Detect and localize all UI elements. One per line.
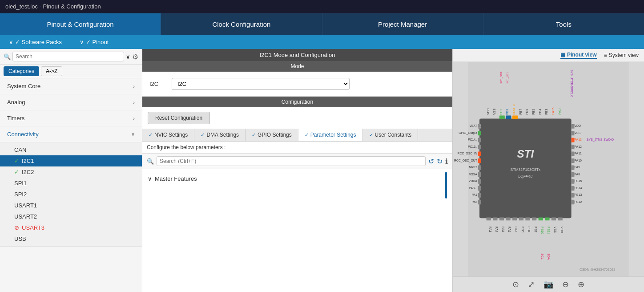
svg-rect-38 [478, 138, 481, 142]
sidebar-item-can[interactable]: CAN [0, 144, 142, 155]
system-view-toggle[interactable]: ≡ System view [604, 52, 639, 58]
camera-icon[interactable]: 📷 [543, 280, 553, 289]
sub-nav-software-packs[interactable]: ∨ ✓ Software Packs [9, 39, 62, 45]
master-features-header[interactable]: ∨ Master Features [148, 173, 447, 185]
search-input[interactable] [12, 52, 124, 61]
svg-text:PA12: PA12 [575, 145, 582, 148]
svg-rect-88 [506, 217, 510, 220]
svg-text:VSS: VSS [575, 131, 581, 134]
mode-label: I2C [149, 81, 167, 87]
svg-text:PB10: PB10 [541, 227, 544, 234]
config-search-input[interactable] [157, 156, 426, 166]
refresh-left-icon[interactable]: ↺ [428, 157, 434, 166]
svg-rect-70 [572, 186, 575, 191]
svg-rect-93 [539, 217, 543, 220]
tab-dma-settings[interactable]: ✓ DMA Settings [194, 129, 246, 141]
svg-text:PB6: PB6 [525, 109, 528, 115]
svg-text:PA0-..: PA0-.. [469, 187, 477, 190]
tab-parameter-settings[interactable]: ✓ Parameter Settings [298, 129, 363, 141]
svg-rect-64 [572, 145, 575, 149]
svg-rect-44 [478, 179, 481, 183]
svg-text:PB9: PB9 [499, 109, 503, 115]
main-layout: 🔍 ∨ ⚙ Categories A->Z System Core › Anal… [0, 49, 644, 292]
tab-nvic-settings[interactable]: ✓ NVIC Settings [142, 129, 194, 141]
chevron-down-icon-sidebar: ∨ [131, 131, 135, 137]
sidebar-item-connectivity[interactable]: Connectivity ∨ [0, 126, 142, 142]
pinout-view-toggle[interactable]: ▦ Pinout view [560, 52, 597, 59]
svg-rect-46 [478, 193, 481, 197]
svg-rect-61 [572, 124, 575, 128]
gear-icon[interactable]: ⚙ [132, 53, 138, 61]
tab-project[interactable]: Project Manager [322, 13, 483, 35]
sidebar-item-usb[interactable]: USB [0, 233, 142, 244]
svg-text:PA7: PA7 [515, 227, 518, 232]
sidebar-tab-categories[interactable]: Categories [4, 66, 39, 76]
svg-text:NRST: NRST [469, 166, 478, 169]
config-search-icon: 🔍 [147, 158, 154, 165]
svg-text:PA6: PA6 [508, 227, 511, 232]
list-icon: ≡ [604, 52, 607, 58]
svg-text:PA10: PA10 [575, 159, 582, 162]
zoom-fit-icon[interactable]: ⊙ [512, 280, 519, 289]
configure-text: Configure the below parameters : [142, 142, 452, 154]
svg-text:RCC_OSC_OUT: RCC_OSC_OUT [454, 159, 478, 162]
config-section: Configuration Reset Configuration ✓ NVIC… [142, 97, 452, 292]
svg-text:PB3: PB3 [545, 109, 548, 115]
reset-config-button[interactable]: Reset Configuration [148, 112, 210, 124]
svg-rect-85 [487, 217, 491, 220]
sidebar-item-system-core[interactable]: System Core › [0, 78, 142, 94]
tab-user-constants[interactable]: ✓ User Constants [363, 129, 419, 141]
svg-text:PB13: PB13 [575, 193, 582, 196]
chevron-right-icon-2: › [133, 100, 135, 105]
sidebar-tab-az[interactable]: A->Z [41, 66, 62, 76]
zoom-in-icon[interactable]: ⊕ [578, 280, 584, 289]
tab-clock[interactable]: Clock Configuration [161, 13, 322, 35]
zoom-out-icon[interactable]: ⊖ [562, 280, 569, 289]
refresh-right-icon[interactable]: ↻ [437, 157, 443, 166]
panel-title: I2C1 Mode and Configuration [142, 49, 452, 61]
tab-gpio-settings[interactable]: ✓ GPIO Settings [246, 129, 298, 141]
svg-text:SCL: SCL [541, 253, 544, 260]
sidebar-item-spi2[interactable]: SPI2 [0, 189, 142, 200]
config-scroll: ∨ Master Features [142, 169, 452, 292]
sidebar-item-usart2[interactable]: USART2 [0, 211, 142, 222]
svg-text:PB8: PB8 [506, 109, 509, 115]
svg-text:PC15..: PC15.. [468, 145, 477, 148]
sidebar-item-analog[interactable]: Analog › [0, 94, 142, 110]
config-inner: Configure the below parameters : 🔍 ↺ ↻ ℹ… [142, 142, 452, 292]
sidebar-item-usart3[interactable]: ⊘ USART3 [0, 222, 142, 233]
svg-text:VSS: VSS [493, 109, 496, 115]
expand-icon[interactable]: ⤢ [528, 280, 535, 289]
check-icon-nvic: ✓ [149, 132, 153, 138]
svg-text:SYS_JTMS-SWDIO: SYS_JTMS-SWDIO [587, 138, 614, 142]
svg-text:PA4: PA4 [495, 227, 498, 232]
svg-text:PB5: PB5 [532, 109, 535, 115]
sidebar-item-i2c1[interactable]: ✓ I2C1 [0, 155, 142, 166]
svg-rect-21 [506, 116, 511, 120]
sidebar-item-usart1[interactable]: USART1 [0, 200, 142, 211]
right-panel: ▦ Pinout view ≡ System view VDD VSS PB9 … [453, 49, 644, 292]
svg-rect-69 [572, 179, 575, 183]
check-icon-user: ✓ [369, 132, 373, 138]
config-section-title: Configuration [142, 97, 452, 107]
svg-text:GPIO_Output: GPIO_Output [459, 131, 477, 135]
tab-tools[interactable]: Tools [483, 13, 644, 35]
tab-pinout[interactable]: Pinout & Configuration [0, 13, 161, 35]
sub-nav-pinout[interactable]: ∨ ✓ Pinout [80, 39, 109, 45]
svg-text:PB1: PB1 [527, 227, 531, 232]
svg-text:PB14: PB14 [575, 187, 582, 190]
sidebar-item-spi1[interactable]: SPI1 [0, 178, 142, 189]
sidebar-item-timers[interactable]: Timers › [0, 110, 142, 126]
svg-text:PA14: PA14 [558, 107, 561, 114]
svg-text:VDD: VDD [560, 227, 564, 233]
info-icon[interactable]: ℹ [445, 157, 448, 166]
svg-text:CSDN @H2834703022: CSDN @H2834703022 [580, 268, 616, 272]
svg-text:VDD: VDD [575, 124, 581, 127]
svg-text:PA9: PA9 [575, 166, 580, 169]
dropdown-arrow-icon[interactable]: ∨ [126, 53, 130, 60]
svg-text:I2C1_SCL: I2C1_SCL [506, 72, 509, 84]
chevron-right-icon: › [133, 84, 135, 89]
chevron-right-icon-3: › [133, 116, 135, 121]
mode-select[interactable]: I2C Disable SMBus-Alert-Mode SMBus-Devic… [172, 78, 350, 90]
sidebar-item-i2c2[interactable]: ✓ I2C2 [0, 166, 142, 178]
